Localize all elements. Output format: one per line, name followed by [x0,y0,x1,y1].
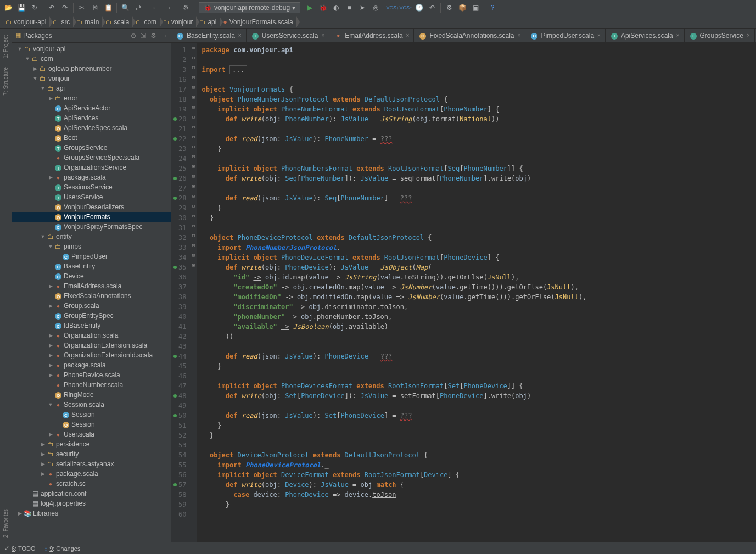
paste-icon[interactable]: 📋 [102,2,114,14]
editor-tab[interactable]: TUsersService.scala× [247,29,330,42]
strip-structure[interactable]: 7: Structure [3,67,9,96]
tree-arrow[interactable]: ▶ [40,461,46,467]
close-icon[interactable]: × [597,32,601,38]
fold-marker[interactable]: ⊟ [189,53,197,63]
project-tree[interactable]: ▼🗀vonjour-api▼🗀com▶🗀oglowo.phonenumber▼🗀… [12,43,171,542]
tree-node[interactable]: ▶●OrganizationExtension.scala [12,340,171,350]
tree-node[interactable]: ▼🗀vonjour-api [12,44,171,54]
tree-arrow[interactable]: ▶ [40,451,46,457]
run-marker-icon[interactable] [173,197,177,200]
status-todo[interactable]: ✓ 6: TODO [4,545,36,552]
tree-node[interactable]: TGroupsService [12,143,171,153]
tree-node[interactable]: OSession [12,419,171,429]
tree-node[interactable]: ▶🗀error [12,93,171,103]
tree-node[interactable]: ▶●package.scala [12,172,171,182]
tree-node[interactable]: CSession [12,410,171,419]
fold-marker[interactable]: ⊟ [189,63,197,72]
search-icon[interactable]: 🔍 [119,2,131,14]
settings-icon[interactable]: ⚙ [443,2,455,14]
fold-marker[interactable]: ⊟ [189,72,197,82]
close-icon[interactable]: × [747,32,750,38]
tree-arrow[interactable]: ▼ [40,234,46,239]
fold-marker[interactable]: ⊟ [189,171,197,181]
tree-arrow[interactable]: ▼ [32,76,38,81]
fold-marker[interactable]: ⊟ [189,152,197,161]
strip-favorites[interactable]: 2: Favorites [3,509,9,538]
tree-arrow[interactable]: ▼ [24,56,31,61]
tree-node[interactable]: ▶🗀security [12,449,171,459]
tree-arrow[interactable]: ▼ [47,244,54,249]
crumb[interactable]: 🗀main [73,18,102,26]
tree-node[interactable]: ▶●package.scala [12,469,171,479]
profile-icon[interactable]: ◎ [369,2,382,14]
tree-node[interactable]: TOrganizationsService [12,163,171,172]
strip-project[interactable]: 1: Project [3,35,9,58]
stop-icon[interactable]: ■ [343,2,355,14]
tree-node[interactable]: ▶●EmailAddress.scala [12,281,171,291]
tree-node[interactable]: CBaseEntity [12,261,171,271]
tree-node[interactable]: CApiServiceActor [12,103,171,113]
tree-node[interactable]: ▶●Group.scala [12,301,171,311]
hide-icon[interactable]: → [161,32,167,40]
fold-marker[interactable]: ⊟ [189,102,197,112]
editor-tab[interactable]: CBaseEntity.scala× [171,29,247,42]
tree-node[interactable]: CDevice [12,271,171,281]
tree-arrow[interactable]: ▶ [40,441,46,447]
tree-node[interactable]: ORingMode [12,390,171,400]
vcs-update-icon[interactable]: VCS↓ [387,2,399,14]
tree-node[interactable]: OVonjourFormats [12,212,171,222]
open-icon[interactable]: 📂 [2,2,14,14]
tree-arrow[interactable]: ▶ [47,303,54,309]
tree-node[interactable]: ▤application.conf [12,489,171,499]
tree-arrow[interactable]: ▶ [47,283,54,289]
tree-arrow[interactable]: ▶ [40,471,46,477]
crumb[interactable]: 🗀scala [102,18,132,26]
close-icon[interactable]: × [676,32,680,38]
close-icon[interactable]: × [238,32,242,38]
fold-marker[interactable]: ⊟ [189,191,197,201]
editor-tab[interactable]: ●EmailAddress.scala× [329,29,414,42]
tree-arrow[interactable]: ▶ [47,343,54,348]
tree-node[interactable]: CVonjourSprayFormatsSpec [12,222,171,232]
tree-node[interactable]: ▤log4j.properties [12,499,171,508]
fold-marker[interactable]: ⊡ [189,211,197,221]
crumb[interactable]: 🗀src [49,18,73,26]
fold-marker[interactable]: ⊡ [189,122,197,132]
tree-arrow[interactable]: ▼ [16,46,23,52]
tree-node[interactable]: CPimpedUser [12,251,171,261]
forward-icon[interactable]: → [163,2,175,14]
run-marker-icon[interactable] [173,117,177,121]
attach-icon[interactable]: ➤ [356,2,368,14]
fold-marker[interactable]: ⊡ [189,132,197,142]
editor-tab[interactable]: TGroupsService× [685,29,755,42]
fold-marker[interactable]: ⊡ [189,260,197,270]
build-icon[interactable]: ⚙ [180,2,192,14]
tree-arrow[interactable]: ▶ [32,66,38,71]
tree-node[interactable]: ▶🗀persistence [12,439,171,449]
tree-arrow[interactable]: ▶ [47,372,54,378]
tree-arrow[interactable]: ▶ [47,432,54,437]
tree-node[interactable]: ▼🗀vonjour [12,74,171,83]
coverage-icon[interactable]: ◐ [330,2,342,14]
tree-arrow[interactable]: ▶ [47,333,54,338]
tree-node[interactable]: OFixedScalaAnnotations [12,291,171,301]
fold-marker[interactable]: ⊟ [189,82,197,92]
vcs-history-icon[interactable]: 🕐 [413,2,425,14]
fold-marker[interactable]: ⊟ [189,240,197,250]
debug-icon[interactable]: 🐞 [317,2,329,14]
tree-node[interactable]: TUsersService [12,192,171,202]
copy-icon[interactable]: ⎘ [89,2,101,14]
sync-icon[interactable]: ↻ [29,2,41,14]
crumb[interactable]: 🗀api [196,18,220,26]
tree-node[interactable]: OVonjourDeserializers [12,202,171,212]
tree-node[interactable]: ▼🗀pimps [12,242,171,251]
back-icon[interactable]: ← [149,2,161,14]
tree-node[interactable]: ▶🗀serializers.astyanax [12,459,171,469]
crumb[interactable]: 🗀vonjour [160,18,196,26]
tree-arrow[interactable]: ▶ [47,96,54,101]
close-icon[interactable]: × [321,32,324,38]
save-icon[interactable]: 💾 [15,2,27,14]
fold-column[interactable]: ⊞⊟⊟⊟⊟⊡⊟⊟⊡⊡⊟⊟⊡⊟⊡⊟⊟⊡⊡⊟⊟⊟⊡ [189,43,197,542]
tree-node[interactable]: ●scratch.sc [12,479,171,489]
editor[interactable]: 1231617181920212223242526272829303132333… [171,43,756,542]
